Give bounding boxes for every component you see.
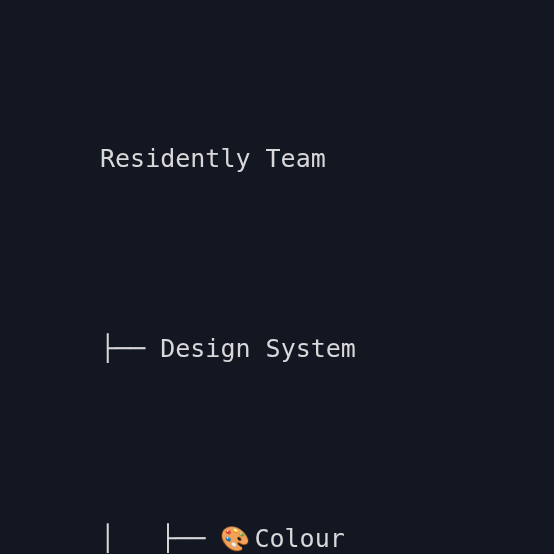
tree-row-root[interactable]: Residently Team [100,140,554,178]
tree-row-design-system[interactable]: ├── Design System [100,330,554,368]
tree-branch: │ [100,520,160,554]
tree-branch: ├── [100,330,160,368]
tree-branch: ├── [160,520,220,554]
tree-label: Colour [254,520,344,554]
file-tree: Residently Team ├── Design System │ ├── … [0,0,554,554]
tree-row-colour[interactable]: │ ├── 🎨 Colour [100,520,554,554]
palette-icon: 🎨 [220,527,254,551]
tree-label: Residently Team [100,140,326,178]
tree-label: Design System [160,330,356,368]
